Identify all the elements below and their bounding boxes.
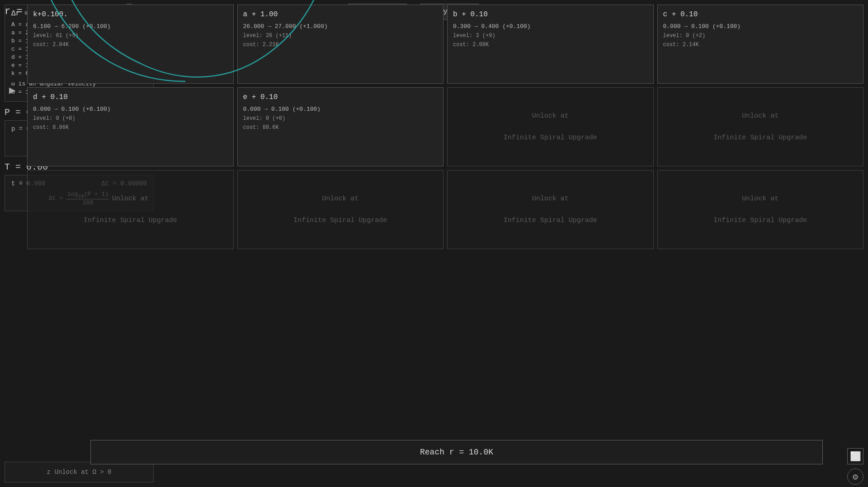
- lock-text-6: Unlock atInfinite Spiral Upgrade: [713, 194, 807, 226]
- lock-text-3: Unlock atInfinite Spiral Upgrade: [84, 194, 177, 226]
- b-card-arrow: 0.300 → 0.400 (+0.100): [453, 23, 648, 30]
- d-card-arrow: 0.000 → 0.100 (+0.100): [33, 106, 228, 113]
- e-card-level: level: 0 (+0): [243, 115, 438, 122]
- bottom-bar: Reach r = 10.0K: [90, 440, 823, 464]
- arrow-indicator[interactable]: ▶: [9, 84, 15, 97]
- c-card-cost: cost: 2.14K: [663, 42, 858, 48]
- c-card-level: level: 0 (+2): [663, 33, 858, 39]
- d-card-cost: cost: 8.86K: [33, 124, 228, 131]
- lock-text-1: Unlock atInfinite Spiral Upgrade: [504, 111, 597, 143]
- b-card-level: level: 3 (+9): [453, 33, 648, 39]
- b-card-title: b + 0.10: [453, 10, 648, 19]
- e-card-arrow: 0.000 → 0.100 (+0.100): [243, 106, 438, 113]
- c-card-arrow: 0.000 → 0.100 (+0.100): [663, 23, 858, 30]
- lock-text-4: Unlock atInfinite Spiral Upgrade: [293, 194, 387, 226]
- locked-card-5: Unlock atInfinite Spiral Upgrade: [447, 170, 654, 249]
- unlock-omega-box: z Unlock at Ω > 0: [5, 462, 154, 482]
- d-card-level: level: 0 (+0): [33, 115, 228, 122]
- unlock-omega-label: z Unlock at Ω > 0: [47, 468, 112, 476]
- e-card-cost: cost: 88.6K: [243, 124, 438, 131]
- locked-card-1: Unlock atInfinite Spiral Upgrade: [447, 87, 654, 166]
- c-upgrade-card[interactable]: c + 0.10 0.000 → 0.100 (+0.100) level: 0…: [657, 5, 864, 84]
- gear-icon[interactable]: ⚙: [847, 468, 863, 485]
- reach-label: Reach r = 10.0K: [420, 448, 493, 457]
- b-card-cost: cost: 2.08K: [453, 42, 648, 48]
- locked-card-2: Unlock atInfinite Spiral Upgrade: [657, 87, 864, 166]
- lock-text-2: Unlock atInfinite Spiral Upgrade: [713, 111, 807, 143]
- spiral-visualization: 1.00K: [27, 0, 344, 104]
- lock-text-5: Unlock atInfinite Spiral Upgrade: [504, 194, 597, 226]
- locked-card-3: Unlock atInfinite Spiral Upgrade: [27, 170, 234, 249]
- c-card-title: c + 0.10: [663, 10, 858, 19]
- locked-card-4: Unlock atInfinite Spiral Upgrade: [237, 170, 444, 249]
- locked-card-6: Unlock atInfinite Spiral Upgrade: [657, 170, 864, 249]
- b-upgrade-card[interactable]: b + 0.10 0.300 → 0.400 (+0.100) level: 3…: [447, 5, 654, 84]
- cube-icon[interactable]: ⬜: [847, 448, 863, 464]
